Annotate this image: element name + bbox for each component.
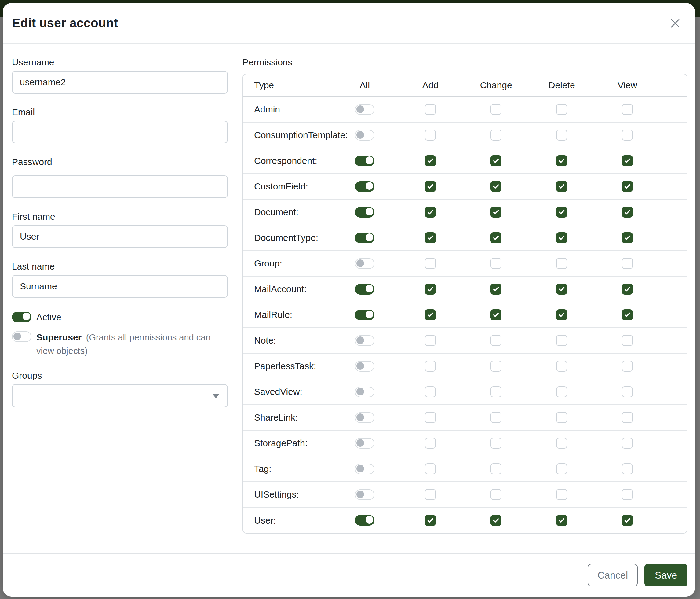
permission-view-checkbox[interactable] xyxy=(622,284,633,295)
permission-add-checkbox[interactable] xyxy=(425,361,436,372)
permission-change-checkbox[interactable] xyxy=(491,284,501,295)
permission-delete-checkbox[interactable] xyxy=(556,309,567,320)
permission-view-checkbox[interactable] xyxy=(622,129,633,141)
permission-view-checkbox[interactable] xyxy=(622,309,633,320)
permission-all-toggle[interactable] xyxy=(355,258,374,269)
permission-view-checkbox[interactable] xyxy=(622,155,633,166)
permission-all-toggle[interactable] xyxy=(355,463,374,474)
permission-add-checkbox[interactable] xyxy=(425,181,436,192)
permission-all-toggle[interactable] xyxy=(355,361,374,372)
permission-all-toggle[interactable] xyxy=(355,310,374,320)
permission-delete-checkbox[interactable] xyxy=(556,386,567,397)
permission-all-toggle[interactable] xyxy=(355,412,374,423)
permission-change-checkbox[interactable] xyxy=(491,489,501,500)
permission-all-toggle[interactable] xyxy=(355,489,374,500)
permission-view-checkbox[interactable] xyxy=(622,232,633,243)
permission-all-toggle[interactable] xyxy=(355,515,374,526)
permission-change-checkbox[interactable] xyxy=(491,386,501,397)
permission-add-checkbox[interactable] xyxy=(425,386,436,397)
permission-all-toggle[interactable] xyxy=(355,155,374,166)
permission-view-checkbox[interactable] xyxy=(622,386,633,397)
permission-add-checkbox[interactable] xyxy=(425,309,436,320)
permission-change-checkbox[interactable] xyxy=(491,412,501,423)
permission-all-toggle[interactable] xyxy=(355,387,374,397)
permission-delete-checkbox[interactable] xyxy=(556,463,567,474)
permission-add-checkbox[interactable] xyxy=(425,207,436,218)
permission-all-toggle[interactable] xyxy=(355,284,374,295)
permission-add-checkbox[interactable] xyxy=(425,438,436,449)
permission-change-checkbox[interactable] xyxy=(491,104,501,115)
permission-delete-checkbox[interactable] xyxy=(556,181,567,192)
permission-change-checkbox[interactable] xyxy=(491,361,501,372)
permission-view-checkbox[interactable] xyxy=(622,335,633,346)
permission-change-checkbox[interactable] xyxy=(491,335,501,346)
permission-delete-checkbox[interactable] xyxy=(556,104,567,115)
check-icon xyxy=(427,234,434,241)
permission-delete-checkbox[interactable] xyxy=(556,207,567,218)
permission-delete-checkbox[interactable] xyxy=(556,232,567,243)
permission-view-checkbox[interactable] xyxy=(622,181,633,192)
permission-all-toggle[interactable] xyxy=(355,181,374,192)
permission-row: Admin: xyxy=(243,97,687,122)
permission-delete-checkbox[interactable] xyxy=(556,438,567,449)
permission-change-checkbox[interactable] xyxy=(491,207,501,218)
permission-add-checkbox[interactable] xyxy=(425,335,436,346)
permission-add-checkbox[interactable] xyxy=(425,515,436,526)
save-button[interactable]: Save xyxy=(644,564,688,586)
permission-all-toggle[interactable] xyxy=(355,233,374,243)
permissions-label: Permissions xyxy=(243,57,688,68)
groups-select[interactable] xyxy=(12,384,228,407)
permission-change-checkbox[interactable] xyxy=(491,258,501,269)
email-input[interactable] xyxy=(12,121,228,143)
permission-change-checkbox[interactable] xyxy=(491,155,501,166)
permission-change-checkbox[interactable] xyxy=(491,181,501,192)
permission-view-checkbox[interactable] xyxy=(622,207,633,218)
superuser-toggle[interactable] xyxy=(12,331,31,342)
permission-delete-checkbox[interactable] xyxy=(556,412,567,423)
permission-view-checkbox[interactable] xyxy=(622,515,633,526)
permission-delete-checkbox[interactable] xyxy=(556,155,567,166)
permission-view-checkbox[interactable] xyxy=(622,412,633,423)
permission-view-checkbox[interactable] xyxy=(622,463,633,474)
permission-add-checkbox[interactable] xyxy=(425,284,436,295)
check-icon xyxy=(624,157,631,164)
password-input[interactable] xyxy=(12,175,228,198)
permission-delete-checkbox[interactable] xyxy=(556,489,567,500)
permission-add-checkbox[interactable] xyxy=(425,412,436,423)
permission-view-checkbox[interactable] xyxy=(622,438,633,449)
permission-all-toggle[interactable] xyxy=(355,207,374,218)
username-input[interactable] xyxy=(12,71,228,94)
permission-delete-checkbox[interactable] xyxy=(556,361,567,372)
permission-change-checkbox[interactable] xyxy=(491,232,501,243)
permission-change-checkbox[interactable] xyxy=(491,515,501,526)
permission-delete-checkbox[interactable] xyxy=(556,284,567,295)
first-name-input[interactable] xyxy=(12,225,228,248)
permission-add-checkbox[interactable] xyxy=(425,155,436,166)
permission-add-checkbox[interactable] xyxy=(425,104,436,115)
permission-view-checkbox[interactable] xyxy=(622,361,633,372)
permission-add-checkbox[interactable] xyxy=(425,129,436,141)
permission-all-toggle[interactable] xyxy=(355,438,374,449)
permission-delete-checkbox[interactable] xyxy=(556,335,567,346)
permission-delete-checkbox[interactable] xyxy=(556,515,567,526)
permission-change-checkbox[interactable] xyxy=(491,309,501,320)
permission-add-checkbox[interactable] xyxy=(425,463,436,474)
permission-view-checkbox[interactable] xyxy=(622,258,633,269)
permission-view-checkbox[interactable] xyxy=(622,489,633,500)
permission-change-checkbox[interactable] xyxy=(491,463,501,474)
permission-change-checkbox[interactable] xyxy=(491,129,501,141)
active-toggle[interactable] xyxy=(12,312,31,322)
permission-view-checkbox[interactable] xyxy=(622,104,633,115)
permission-all-toggle[interactable] xyxy=(355,335,374,346)
permission-all-toggle[interactable] xyxy=(355,130,374,141)
permission-delete-checkbox[interactable] xyxy=(556,258,567,269)
last-name-input[interactable] xyxy=(12,275,228,298)
permission-change-checkbox[interactable] xyxy=(491,438,501,449)
close-button[interactable] xyxy=(668,16,682,30)
permission-add-checkbox[interactable] xyxy=(425,232,436,243)
permission-all-toggle[interactable] xyxy=(355,104,374,115)
permission-add-checkbox[interactable] xyxy=(425,489,436,500)
permission-add-checkbox[interactable] xyxy=(425,258,436,269)
cancel-button[interactable]: Cancel xyxy=(588,564,638,586)
permission-delete-checkbox[interactable] xyxy=(556,129,567,141)
